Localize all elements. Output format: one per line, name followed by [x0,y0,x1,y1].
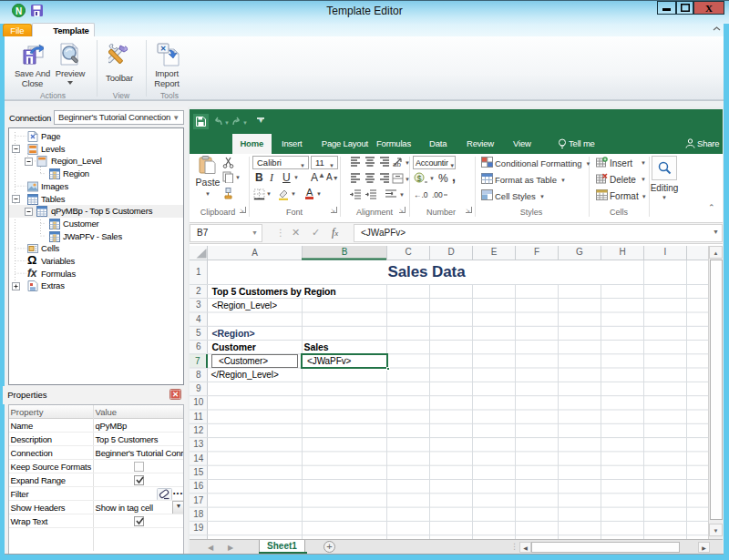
svg-text:✕: ✕ [172,390,179,399]
svg-text:ab: ab [393,160,401,168]
svg-text:$: $ [416,174,421,183]
svg-text:.00: .00 [432,190,443,199]
svg-text:N: N [15,6,22,16]
svg-text:←.0: ←.0 [414,190,428,199]
svg-text:✕: ✕ [160,45,167,53]
